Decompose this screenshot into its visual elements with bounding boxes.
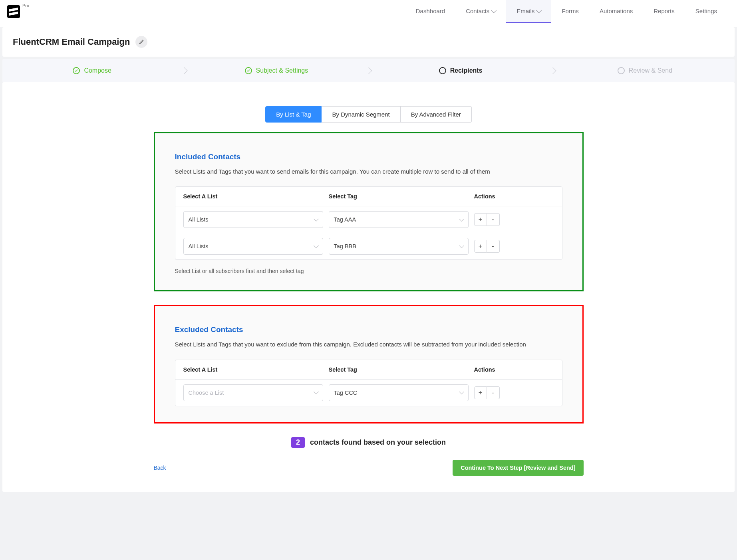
remove-row-button[interactable]: - (487, 213, 500, 226)
nav-emails[interactable]: Emails (506, 0, 551, 23)
app-logo (7, 5, 20, 18)
excluded-row: Choose a List Tag CCC + - (175, 380, 562, 406)
step-recipients[interactable]: Recipients (371, 59, 550, 82)
included-header-row: Select A List Select Tag Actions (175, 187, 562, 206)
select-list[interactable]: All Lists (183, 238, 323, 255)
col-actions: Actions (474, 193, 554, 200)
filter-tabs: By List & Tag By Dynamic Segment By Adva… (2, 106, 735, 123)
nav-contacts[interactable]: Contacts (455, 0, 506, 23)
included-contacts-box: Included Contacts Select Lists and Tags … (154, 132, 584, 291)
chevron-down-icon (314, 243, 319, 248)
bottom-bar: Back Continue To Next Step [Review and S… (154, 460, 584, 476)
add-row-button[interactable]: + (474, 213, 487, 226)
chevron-down-icon (314, 389, 319, 394)
campaign-title: FluentCRM Email Campaign (13, 37, 130, 47)
included-title: Included Contacts (175, 152, 562, 161)
chevron-down-icon (459, 389, 464, 394)
col-tag: Select Tag (329, 366, 474, 373)
remove-row-button[interactable]: - (487, 386, 500, 399)
step-recipients-label: Recipients (450, 67, 483, 74)
content-card: By List & Tag By Dynamic Segment By Adva… (2, 82, 735, 492)
add-row-button[interactable]: + (474, 386, 487, 399)
check-circle-icon (245, 67, 252, 74)
select-list[interactable]: Choose a List (183, 384, 323, 401)
col-list: Select A List (183, 366, 329, 373)
nav-contacts-label: Contacts (466, 8, 489, 14)
step-compose-label: Compose (84, 67, 111, 74)
stepper: Compose Subject & Settings Recipients Re… (2, 59, 735, 82)
step-subject[interactable]: Subject & Settings (187, 59, 366, 82)
chevron-down-icon (491, 7, 497, 13)
continue-button[interactable]: Continue To Next Step [Review and Send] (453, 460, 583, 476)
chevron-down-icon (459, 216, 464, 222)
check-circle-icon (73, 67, 80, 74)
contacts-found: 2 contacts found based on your selection (2, 437, 735, 448)
select-list[interactable]: All Lists (183, 211, 323, 228)
chevron-down-icon (314, 216, 319, 222)
select-list-placeholder: Choose a List (189, 390, 224, 396)
excluded-contacts-box: Excluded Contacts Select Lists and Tags … (154, 305, 584, 423)
step-compose[interactable]: Compose (2, 59, 182, 82)
nav-reports-label: Reports (654, 8, 675, 14)
nav-dashboard-label: Dashboard (416, 8, 445, 14)
nav-automations-label: Automations (600, 8, 633, 14)
included-row: All Lists Tag BBB + - (175, 233, 562, 259)
select-tag[interactable]: Tag BBB (329, 238, 469, 255)
nav-reports[interactable]: Reports (643, 0, 685, 23)
edit-title-button[interactable] (135, 36, 147, 48)
tab-by-advanced[interactable]: By Advanced Filter (401, 106, 472, 123)
select-tag-value: Tag AAA (334, 216, 356, 223)
found-text: contacts found based on your selection (310, 438, 446, 446)
tab-by-segment[interactable]: By Dynamic Segment (322, 106, 400, 123)
topbar: Pro Dashboard Contacts Emails Forms Auto… (0, 0, 737, 23)
page-wrap: FluentCRM Email Campaign Compose Subject… (0, 27, 737, 560)
circle-icon (618, 67, 625, 74)
select-tag-value: Tag CCC (334, 390, 358, 396)
col-tag: Select Tag (329, 193, 474, 200)
excluded-rows: Select A List Select Tag Actions Choose … (175, 360, 562, 406)
included-hint: Select List or all subscribers first and… (175, 268, 562, 274)
add-row-button[interactable]: + (474, 240, 487, 253)
top-nav: Dashboard Contacts Emails Forms Automati… (405, 0, 727, 23)
chevron-down-icon (459, 243, 464, 248)
row-actions: + - (474, 386, 554, 399)
tab-by-list[interactable]: By List & Tag (265, 106, 322, 123)
step-subject-label: Subject & Settings (256, 67, 308, 74)
included-desc: Select Lists and Tags that you want to s… (175, 167, 546, 176)
included-row: All Lists Tag AAA + - (175, 206, 562, 233)
nav-automations[interactable]: Automations (589, 0, 643, 23)
circle-icon (439, 67, 446, 74)
pencil-icon (139, 39, 144, 45)
col-actions: Actions (474, 366, 554, 373)
nav-settings-label: Settings (695, 8, 717, 14)
nav-emails-label: Emails (516, 8, 534, 14)
back-link[interactable]: Back (154, 465, 166, 471)
excluded-desc: Select Lists and Tags that you want to e… (175, 340, 546, 349)
included-rows: Select A List Select Tag Actions All Lis… (175, 186, 562, 260)
step-review[interactable]: Review & Send (555, 59, 735, 82)
excluded-header-row: Select A List Select Tag Actions (175, 360, 562, 380)
chevron-down-icon (536, 7, 542, 13)
select-list-value: All Lists (189, 216, 209, 223)
nav-dashboard[interactable]: Dashboard (405, 0, 455, 23)
select-tag[interactable]: Tag AAA (329, 211, 469, 228)
pro-badge: Pro (22, 3, 29, 8)
remove-row-button[interactable]: - (487, 240, 500, 253)
select-tag-value: Tag BBB (334, 243, 356, 249)
nav-forms[interactable]: Forms (551, 0, 589, 23)
row-actions: + - (474, 213, 554, 226)
nav-settings[interactable]: Settings (685, 0, 727, 23)
excluded-title: Excluded Contacts (175, 325, 562, 334)
col-list: Select A List (183, 193, 329, 200)
select-tag[interactable]: Tag CCC (329, 384, 469, 401)
select-list-value: All Lists (189, 243, 209, 249)
step-review-label: Review & Send (629, 67, 672, 74)
campaign-title-bar: FluentCRM Email Campaign (2, 27, 735, 57)
nav-forms-label: Forms (562, 8, 579, 14)
found-count-badge: 2 (291, 437, 305, 448)
row-actions: + - (474, 240, 554, 253)
